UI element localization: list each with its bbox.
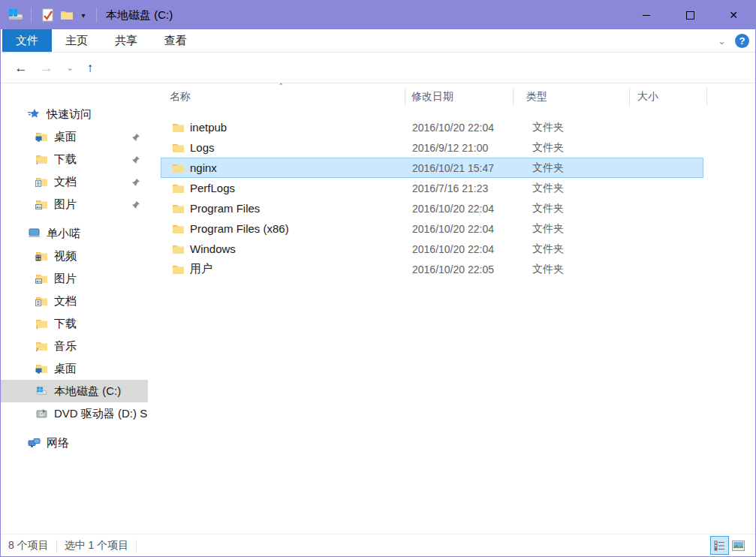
folder-desktop-icon xyxy=(35,363,48,375)
explorer-window: ▾ 本地磁盘 (C:) ─ ✕ 文件 主页 共享 查看 ⌄ ? ← → ⌄ ↑ xyxy=(0,0,756,557)
pin-icon xyxy=(131,154,140,163)
sidebar-item-network[interactable]: 网络 xyxy=(1,432,148,454)
back-button[interactable]: ← xyxy=(11,59,31,77)
sidebar-item-documents-pinned[interactable]: 文档 xyxy=(1,170,148,193)
file-type: 文件夹 xyxy=(532,242,564,256)
pin-icon xyxy=(131,199,140,208)
forward-button[interactable]: → xyxy=(37,59,56,77)
help-icon[interactable]: ? xyxy=(735,34,749,48)
film-overlay-icon xyxy=(35,254,41,263)
column-divider[interactable] xyxy=(706,88,707,106)
sidebar-item-pictures[interactable]: 图片 xyxy=(1,267,148,290)
sidebar-item-desktop-pinned[interactable]: 桌面 xyxy=(1,125,148,148)
up-button[interactable]: ↑ xyxy=(80,59,100,77)
window-title: 本地磁盘 (C:) xyxy=(106,8,173,23)
sidebar-item-this-pc[interactable]: 单小喏 xyxy=(1,222,148,245)
sidebar-item-label: 图片 xyxy=(54,272,77,286)
file-row[interactable]: Windows 2016/10/20 22:04 文件夹 xyxy=(161,239,703,259)
folder-documents-icon xyxy=(35,295,48,307)
folder-download-icon: ↓ xyxy=(35,318,48,330)
desktop-overlay-icon xyxy=(35,368,42,375)
file-row[interactable]: PerfLogs 2016/7/16 21:23 文件夹 xyxy=(161,178,703,198)
sidebar-item-videos[interactable]: 视频 xyxy=(1,245,148,267)
file-row[interactable]: inetpub 2016/10/20 22:04 文件夹 xyxy=(161,117,703,137)
qat-properties-button[interactable] xyxy=(38,6,57,24)
sidebar-item-label: 下载 xyxy=(54,317,77,331)
folder-desktop-icon xyxy=(35,131,48,143)
column-headers: ⌃ 名称 修改日期 类型 大小 xyxy=(161,83,706,110)
sidebar-item-dvd-drive-d[interactable]: DVD 驱动器 (D:) SS xyxy=(1,402,148,425)
file-date: 2016/10/20 22:05 xyxy=(412,263,494,275)
qat-new-folder-button[interactable] xyxy=(57,6,77,24)
tab-share[interactable]: 共享 xyxy=(101,29,151,52)
column-divider[interactable] xyxy=(405,88,405,106)
column-header-type[interactable]: 类型 xyxy=(526,90,547,104)
sidebar-item-local-disk-c[interactable]: 本地磁盘 (C:) xyxy=(1,380,148,402)
folder-icon xyxy=(172,203,185,215)
main-area: 快速访问 桌面 ↓ 下载 xyxy=(1,83,755,534)
quick-access-star-icon xyxy=(28,108,41,120)
sidebar-item-documents[interactable]: 文档 xyxy=(1,290,148,312)
file-row[interactable]: Program Files 2016/10/20 22:04 文件夹 xyxy=(161,198,703,218)
folder-documents-icon xyxy=(35,176,48,188)
tab-view[interactable]: 查看 xyxy=(151,29,200,52)
file-date: 2016/10/21 15:47 xyxy=(412,162,494,174)
tab-file[interactable]: 文件 xyxy=(2,29,52,52)
pin-icon xyxy=(131,131,140,140)
sidebar-item-label: 下载 xyxy=(54,152,77,167)
file-type: 文件夹 xyxy=(532,141,564,155)
qat-customize-dropdown[interactable]: ▾ xyxy=(77,11,90,20)
file-type: 文件夹 xyxy=(532,182,564,195)
file-name: PerfLogs xyxy=(190,182,235,194)
pin-icon xyxy=(131,176,140,185)
system-drive-icon xyxy=(35,385,48,397)
file-name: Program Files xyxy=(190,202,260,215)
file-name: Logs xyxy=(190,141,215,154)
maximize-icon xyxy=(686,11,694,20)
column-header-date[interactable]: 修改日期 xyxy=(411,90,453,104)
file-type: 文件夹 xyxy=(532,161,564,175)
file-date: 2016/10/20 22:04 xyxy=(412,203,494,215)
ribbon-right-controls: ⌄ ? xyxy=(718,29,749,53)
column-header-name[interactable]: 名称 xyxy=(170,90,191,104)
sidebar-item-label: DVD 驱动器 (D:) SS xyxy=(54,407,148,421)
sidebar-item-label: 本地磁盘 (C:) xyxy=(54,384,121,399)
items-count: 8 个项目 xyxy=(1,539,56,552)
large-icons-view-button[interactable] xyxy=(729,536,748,555)
tab-home[interactable]: 主页 xyxy=(52,29,101,52)
download-arrow-overlay-icon: ↓ xyxy=(35,159,39,166)
sidebar-item-label: 视频 xyxy=(54,249,77,263)
folder-icon xyxy=(172,243,185,255)
details-view-icon xyxy=(714,540,725,551)
large-icons-view-icon xyxy=(732,540,745,551)
maximize-button[interactable] xyxy=(668,1,712,29)
column-divider[interactable] xyxy=(629,88,630,106)
file-type: 文件夹 xyxy=(532,222,564,236)
titlebar-divider xyxy=(31,8,32,23)
column-divider[interactable] xyxy=(513,88,514,106)
sidebar-item-quick-access[interactable]: 快速访问 xyxy=(1,103,148,125)
system-drive-icon[interactable] xyxy=(7,8,25,23)
ribbon-collapse-icon[interactable]: ⌄ xyxy=(718,35,726,47)
folder-pictures-icon xyxy=(35,272,48,285)
file-name: 用户 xyxy=(190,262,212,276)
folder-icon xyxy=(172,223,185,235)
sidebar-item-downloads[interactable]: ↓ 下载 xyxy=(1,312,148,335)
file-row[interactable]: Program Files (x86) 2016/10/20 22:04 文件夹 xyxy=(161,218,703,239)
file-row[interactable]: 用户 2016/10/20 22:05 文件夹 xyxy=(161,259,703,279)
sidebar-item-downloads-pinned[interactable]: ↓ 下载 xyxy=(1,148,148,170)
sidebar-item-music[interactable]: ♪ 音乐 xyxy=(1,335,148,357)
file-row[interactable]: Logs 2016/9/12 21:00 文件夹 xyxy=(161,137,703,158)
column-header-size[interactable]: 大小 xyxy=(637,90,658,104)
folder-download-icon: ↓ xyxy=(35,153,48,165)
details-view-button[interactable] xyxy=(710,536,729,555)
title-bar: ▾ 本地磁盘 (C:) ─ ✕ xyxy=(1,1,755,29)
sidebar-item-pictures-pinned[interactable]: 图片 xyxy=(1,193,148,215)
close-button[interactable]: ✕ xyxy=(712,1,755,29)
minimize-button[interactable]: ─ xyxy=(625,1,668,29)
file-type: 文件夹 xyxy=(532,202,564,215)
recent-locations-dropdown[interactable]: ⌄ xyxy=(62,59,77,77)
sidebar-item-desktop[interactable]: 桌面 xyxy=(1,357,148,380)
picture-overlay-icon xyxy=(35,204,42,211)
file-row-selected[interactable]: nginx 2016/10/21 15:47 文件夹 xyxy=(161,158,703,178)
